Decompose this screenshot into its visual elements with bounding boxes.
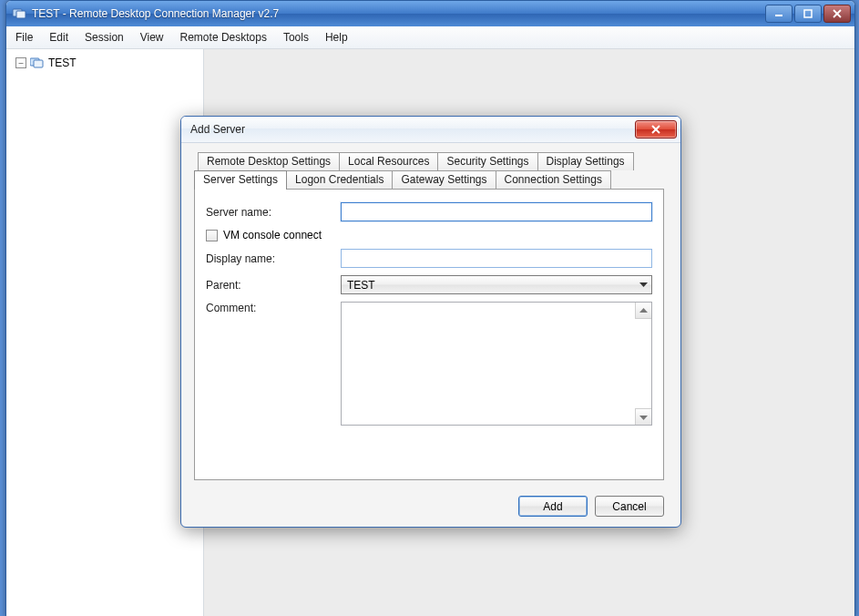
- menu-help[interactable]: Help: [325, 31, 348, 44]
- label-parent: Parent:: [206, 279, 341, 292]
- svg-marker-11: [639, 308, 648, 313]
- tree-pane[interactable]: – TEST: [6, 49, 204, 616]
- row-server-name: Server name:: [206, 202, 652, 221]
- comment-textarea[interactable]: [341, 302, 652, 426]
- label-display-name: Display name:: [206, 252, 341, 265]
- tree-node-label: TEST: [48, 56, 77, 69]
- parent-selected-value: TEST: [347, 279, 375, 292]
- group-icon: [30, 56, 45, 69]
- close-button[interactable]: [823, 5, 851, 23]
- scroll-up-button[interactable]: [635, 303, 651, 319]
- dialog-titlebar[interactable]: Add Server: [181, 117, 680, 143]
- menu-session[interactable]: Session: [85, 31, 124, 44]
- scroll-down-button[interactable]: [635, 408, 651, 425]
- row-comment: Comment:: [206, 302, 652, 426]
- minimize-button[interactable]: [765, 5, 793, 23]
- tree-collapse-icon[interactable]: –: [15, 57, 26, 68]
- window-controls: [765, 5, 851, 23]
- tab-row-top: Remote Desktop Settings Local Resources …: [198, 152, 668, 170]
- dialog-body: Remote Desktop Settings Local Resources …: [181, 143, 680, 528]
- tab-rows: Remote Desktop Settings Local Resources …: [194, 152, 668, 189]
- svg-rect-7: [34, 60, 43, 67]
- label-vm-console: VM console connect: [223, 229, 322, 241]
- main-title: TEST - Remote Desktop Connection Manager…: [32, 7, 765, 20]
- tab-connection-settings[interactable]: Connection Settings: [496, 170, 611, 189]
- tab-security-settings[interactable]: Security Settings: [437, 152, 537, 170]
- svg-rect-3: [804, 10, 812, 17]
- menu-edit[interactable]: Edit: [49, 31, 68, 44]
- maximize-button[interactable]: [794, 5, 822, 23]
- parent-select[interactable]: TEST: [341, 275, 652, 294]
- add-server-dialog: Add Server Remote Desktop Settings Local…: [180, 116, 681, 528]
- tab-server-settings[interactable]: Server Settings: [194, 170, 287, 190]
- tab-local-resources[interactable]: Local Resources: [339, 152, 438, 170]
- tab-logon-credentials[interactable]: Logon Credentials: [286, 170, 393, 189]
- chevron-down-icon: [639, 415, 648, 420]
- tab-remote-desktop-settings[interactable]: Remote Desktop Settings: [198, 152, 340, 170]
- dialog-close-button[interactable]: [635, 120, 677, 139]
- menu-remote-desktops[interactable]: Remote Desktops: [180, 31, 267, 44]
- row-parent: Parent: TEST: [206, 275, 652, 294]
- label-server-name: Server name:: [206, 206, 341, 219]
- label-comment: Comment:: [206, 302, 341, 314]
- row-display-name: Display name:: [206, 249, 652, 268]
- tab-row-bottom: Server Settings Logon Credentials Gatewa…: [194, 170, 668, 189]
- chevron-up-icon: [639, 308, 648, 313]
- menubar: File Edit Session View Remote Desktops T…: [6, 26, 854, 49]
- svg-marker-10: [639, 282, 648, 287]
- menu-tools[interactable]: Tools: [283, 31, 309, 44]
- menu-file[interactable]: File: [15, 31, 33, 44]
- svg-marker-12: [639, 416, 648, 420]
- add-button[interactable]: Add: [518, 496, 588, 517]
- cancel-button[interactable]: Cancel: [595, 496, 664, 517]
- tree-node-root[interactable]: – TEST: [10, 55, 199, 71]
- display-name-input[interactable]: [341, 249, 652, 268]
- chevron-down-icon: [639, 282, 648, 288]
- app-icon: [12, 6, 26, 21]
- dialog-buttons: Add Cancel: [518, 496, 664, 517]
- tab-display-settings[interactable]: Display Settings: [537, 152, 634, 170]
- server-name-input[interactable]: [341, 202, 652, 221]
- dialog-title: Add Server: [190, 123, 635, 136]
- vm-console-checkbox[interactable]: [206, 230, 218, 241]
- close-icon: [650, 125, 661, 134]
- menu-view[interactable]: View: [140, 31, 164, 44]
- tab-gateway-settings[interactable]: Gateway Settings: [392, 170, 496, 189]
- tab-panel-server-settings: Server name: VM console connect Display …: [194, 189, 664, 480]
- main-titlebar[interactable]: TEST - Remote Desktop Connection Manager…: [6, 1, 854, 26]
- row-vm-console: VM console connect: [206, 229, 652, 241]
- svg-rect-1: [16, 11, 26, 18]
